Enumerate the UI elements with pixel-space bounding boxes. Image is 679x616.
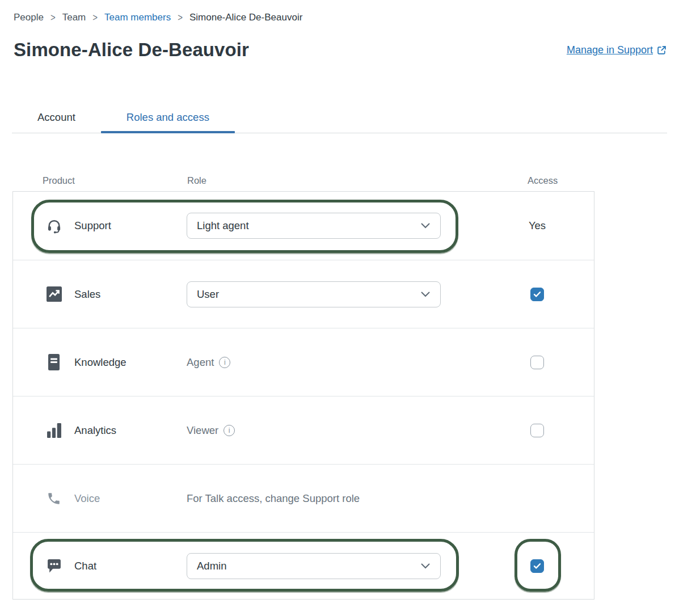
breadcrumb-team[interactable]: Team — [62, 11, 86, 24]
phone-icon — [46, 490, 62, 507]
product-cell-knowledge: Knowledge — [13, 354, 187, 371]
product-cell-support: Support — [13, 217, 187, 234]
analytics-role-value: Viewer — [187, 424, 218, 437]
access-cell-support: Yes — [480, 220, 594, 232]
product-cell-analytics: Analytics — [13, 422, 187, 439]
info-icon[interactable]: i — [223, 425, 235, 436]
table-row-sales: Sales User — [13, 260, 594, 328]
tab-roles-and-access[interactable]: Roles and access — [101, 104, 235, 133]
product-label-knowledge: Knowledge — [74, 356, 126, 369]
support-role-select[interactable]: Light agent — [187, 213, 441, 239]
product-label-voice: Voice — [74, 492, 100, 505]
role-cell-voice: For Talk access, change Support role — [187, 492, 441, 505]
breadcrumb-people[interactable]: People — [14, 11, 44, 24]
manage-in-support-link[interactable]: Manage in Support — [567, 44, 667, 56]
breadcrumb: People > Team > Team members > Simone-Al… — [0, 0, 679, 24]
page-header: Simone-Alice De-Beauvoir Manage in Suppo… — [14, 39, 667, 61]
knowledge-access-checkbox[interactable] — [530, 356, 544, 369]
knowledge-role-value: Agent — [187, 356, 214, 369]
breadcrumb-separator-icon: > — [178, 10, 183, 26]
breadcrumb-separator-icon: > — [50, 10, 56, 26]
role-cell-sales: User — [187, 281, 441, 307]
chat-bubble-icon — [46, 558, 62, 575]
product-label-support: Support — [74, 220, 111, 232]
voice-role-note: For Talk access, change Support role — [187, 492, 360, 505]
external-link-icon — [657, 45, 667, 55]
analytics-access-checkbox[interactable] — [530, 424, 544, 437]
table-column-headers: Product Role Access — [12, 174, 594, 187]
tab-account[interactable]: Account — [12, 104, 101, 133]
chat-role-value: Admin — [197, 560, 226, 572]
product-cell-voice: Voice — [13, 490, 187, 507]
bar-chart-icon — [46, 422, 62, 439]
column-header-role: Role — [186, 174, 440, 187]
role-cell-chat: Admin — [187, 553, 441, 579]
chevron-down-icon — [421, 563, 430, 569]
role-cell-knowledge: Agent i — [187, 356, 441, 369]
product-label-sales: Sales — [74, 288, 100, 301]
role-cell-support: Light agent — [187, 213, 441, 239]
sales-access-checkbox[interactable] — [530, 288, 544, 301]
tab-bar: Account Roles and access — [12, 104, 667, 133]
support-role-value: Light agent — [197, 220, 249, 232]
support-access-value: Yes — [529, 220, 546, 232]
product-cell-sales: Sales — [13, 286, 187, 303]
roles-access-table: Support Light agent Yes Sales — [12, 191, 594, 600]
column-header-access: Access — [481, 174, 594, 187]
table-row-voice: Voice For Talk access, change Support ro… — [13, 464, 594, 532]
headset-icon — [46, 217, 62, 234]
role-cell-analytics: Viewer i — [187, 424, 441, 437]
table-row-knowledge: Knowledge Agent i — [13, 328, 594, 396]
chat-access-checkbox[interactable] — [530, 559, 544, 573]
sales-role-value: User — [197, 288, 219, 301]
chat-role-select[interactable]: Admin — [187, 553, 441, 579]
access-cell-sales — [480, 288, 594, 301]
breadcrumb-team-members-link[interactable]: Team members — [104, 11, 171, 24]
chevron-down-icon — [421, 223, 430, 229]
access-cell-knowledge — [480, 356, 594, 369]
product-cell-chat: Chat — [13, 558, 187, 575]
page-title: Simone-Alice De-Beauvoir — [14, 39, 249, 61]
trend-up-icon — [46, 286, 62, 303]
table-row-analytics: Analytics Viewer i — [13, 396, 594, 464]
book-icon — [46, 354, 62, 371]
table-row-chat: Chat Admin — [13, 532, 594, 599]
product-label-chat: Chat — [74, 560, 96, 572]
access-cell-analytics — [480, 424, 594, 437]
access-cell-chat — [480, 559, 594, 573]
product-label-analytics: Analytics — [74, 424, 116, 437]
chevron-down-icon — [421, 292, 430, 297]
table-row-support: Support Light agent Yes — [13, 192, 594, 260]
breadcrumb-separator-icon: > — [92, 10, 98, 26]
sales-role-select[interactable]: User — [187, 281, 441, 307]
breadcrumb-current-page: Simone-Alice De-Beauvoir — [189, 11, 302, 24]
manage-in-support-label: Manage in Support — [567, 44, 653, 56]
info-icon[interactable]: i — [219, 357, 230, 368]
column-header-product: Product — [12, 174, 186, 187]
